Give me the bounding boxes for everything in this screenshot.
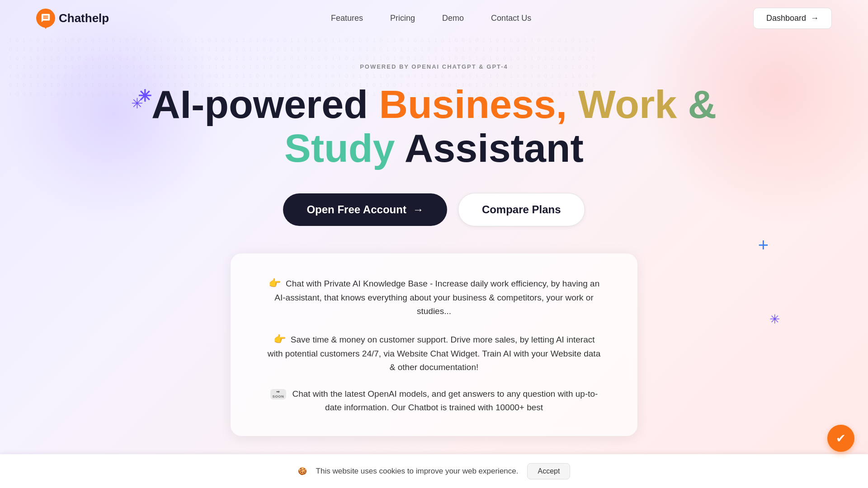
feature-card: 👉 Chat with Private AI Knowledge Base - … (231, 253, 637, 436)
star-deco: ✳ (138, 87, 151, 105)
cta-primary-arrow-icon: → (413, 203, 424, 216)
hero-title: ✳ AI-powered Business, Work & Study Assi… (151, 83, 717, 170)
dashboard-arrow-icon: → (811, 14, 819, 23)
open-free-account-button[interactable]: Open Free Account → (283, 193, 447, 226)
cookie-banner: 🍪 This website uses cookies to improve y… (0, 454, 868, 488)
title-ampersand: & (677, 82, 717, 127)
cookie-text: This website uses cookies to improve you… (316, 467, 519, 476)
navbar: Chathelp Features Pricing Demo Contact U… (0, 0, 868, 36)
title-assistant: Assistant (395, 126, 584, 170)
logo-text: Chathelp (59, 11, 109, 25)
feature-emoji-2: 👉 (274, 333, 286, 345)
dashboard-label: Dashboard (766, 14, 806, 23)
cookie-accept-button[interactable]: Accept (527, 463, 570, 479)
title-study: Study (284, 126, 395, 170)
main-content: POWERED BY OPENAI CHATGPT & GPT-4 ✳ AI-p… (0, 36, 868, 436)
powered-badge: POWERED BY OPENAI CHATGPT & GPT-4 (360, 63, 508, 70)
chat-widget-button[interactable]: ✔ (827, 425, 854, 452)
logo-icon (36, 9, 55, 28)
compare-plans-button[interactable]: Compare Plans (458, 193, 585, 226)
soon-badge-1: ➡ SOON (270, 389, 287, 399)
title-business: Business, (379, 82, 567, 127)
dashboard-button[interactable]: Dashboard → (753, 8, 832, 29)
nav-demo[interactable]: Demo (442, 14, 464, 23)
feature-item-2: 👉 Save time & money on customer support.… (267, 331, 601, 375)
title-prefix: AI-powered (151, 82, 379, 127)
nav-links: Features Pricing Demo Contact Us (331, 14, 531, 23)
logo[interactable]: Chathelp (36, 9, 109, 28)
title-work: Work (567, 82, 677, 127)
cta-row: Open Free Account → Compare Plans (283, 193, 585, 226)
cta-secondary-label: Compare Plans (482, 203, 561, 216)
feature-emoji-1: 👉 (269, 277, 281, 289)
feature-item-3: ➡ SOON Chat with the latest OpenAI model… (267, 387, 601, 415)
nav-pricing[interactable]: Pricing (390, 14, 415, 23)
chat-widget-icon: ✔ (836, 432, 846, 446)
feature-item-1: 👉 Chat with Private AI Knowledge Base - … (267, 275, 601, 319)
nav-features[interactable]: Features (331, 14, 363, 23)
cta-primary-label: Open Free Account (307, 203, 406, 216)
nav-contact[interactable]: Contact Us (491, 14, 531, 23)
cookie-emoji: 🍪 (298, 467, 307, 475)
